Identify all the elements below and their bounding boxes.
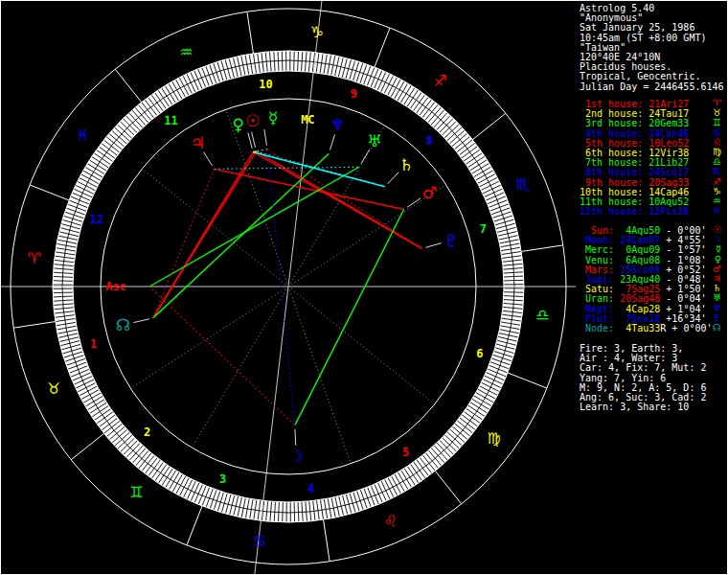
house-number-9: 9: [351, 87, 357, 101]
sign-divider: [71, 433, 103, 459]
degree-tick: [282, 51, 283, 71]
sign-divider: [435, 471, 461, 503]
sign-glyph-sagittarius: ♐: [433, 72, 446, 90]
house-number-2: 2: [144, 426, 150, 439]
planet-icon: ♅: [713, 293, 721, 303]
planet-glyph-pluto: ♇: [444, 231, 459, 250]
planet-position-list: Sun: 4Aqu50 - 0°00'☉ Moon: 24Can07 + 4°5…: [580, 226, 725, 334]
planet-velocity: + 0°00': [666, 323, 712, 334]
zodiac-sign-icon: ♓: [713, 206, 721, 216]
aspect-line-venus-sun: [253, 151, 256, 152]
house-row: 12th house: 12Pis38♓: [580, 207, 725, 217]
sign-divider: [187, 506, 202, 545]
sign-divider: [375, 28, 390, 67]
degree-tick: [504, 292, 524, 293]
house-number-7: 7: [480, 222, 487, 236]
sign-glyph-capricorn: ♑: [310, 23, 324, 41]
house-cusp-text: 12th house: 12Pis38: [580, 206, 689, 217]
sign-glyph-libra: ♎: [535, 306, 549, 324]
sign-glyph-pisces: ♓: [76, 126, 89, 144]
header-line-8: Julian Day = 2446455.6146: [580, 82, 725, 92]
header-text: Julian Day = 2446455.6146: [580, 81, 724, 92]
asc-label: Asc: [105, 280, 126, 293]
sign-glyph-scorpio: ♏: [516, 175, 530, 194]
planet-position: 4Tau33: [614, 323, 660, 334]
mc-label: MC: [301, 113, 314, 126]
house-cusp-list: 1st house: 21Ari27♈ 2nd house: 24Tau17♉ …: [580, 100, 725, 217]
sign-divider: [30, 185, 69, 200]
sign-divider: [115, 69, 141, 102]
planet-glyph-neptune: ♆: [330, 115, 345, 134]
degree-tick: [283, 502, 284, 522]
house-number-4: 4: [307, 482, 314, 495]
planet-glyph-jupiter: ♃: [191, 133, 205, 152]
zodiac-sign-icon: ♏: [713, 167, 721, 176]
house-number-11: 11: [164, 114, 177, 127]
planet-glyph-node: ☊: [116, 315, 130, 334]
sign-divider: [508, 373, 547, 388]
degree-tick: [504, 280, 524, 281]
degree-tick: [294, 51, 295, 71]
house-number-10: 10: [259, 78, 272, 91]
element-tally-list: Fire: 3, Earth: 3,Air : 4, Water: 3Car: …: [580, 344, 725, 412]
house-number-12: 12: [90, 213, 103, 226]
sign-glyph-taurus: ♉: [47, 380, 60, 398]
planet-glyph-venus: ♀: [232, 115, 243, 134]
planet-glyph-saturn: ♄: [398, 155, 413, 174]
planet-glyph-uranus: ♅: [368, 131, 382, 150]
sign-glyph-cancer: ♋: [253, 532, 266, 550]
planet-glyph-sun: ☉: [245, 111, 260, 130]
planet-icon: ☊: [713, 323, 721, 333]
sign-divider: [247, 12, 254, 54]
sign-glyph-aries: ♈: [28, 249, 41, 267]
planet-row: Node: 4Tau33R + 0°00'☊: [580, 324, 725, 334]
stats-text: Learn: 3, Share: 10: [580, 402, 689, 412]
planet-glyph-mercury: ☿: [268, 108, 278, 127]
house-number-3: 3: [219, 472, 226, 486]
degree-tick: [294, 502, 295, 522]
sign-glyph-aquarius: ♒: [179, 43, 193, 61]
house-number-1: 1: [90, 337, 97, 351]
sign-glyph-gemini: ♊: [129, 483, 143, 501]
sign-divider: [521, 245, 563, 252]
sign-divider: [324, 519, 330, 562]
planet-name: Node:: [580, 323, 614, 334]
planet-glyph-moon: ☽: [289, 447, 304, 466]
planet-glyph-mars: ♂: [422, 183, 437, 202]
stats-line-6: Learn: 3, Share: 10: [580, 402, 725, 412]
astrolog-window: ♈♉♊♋♌♍♎♏♐♑♒♓123456789101112☉☽☿♀♂♃♄♅♆♇☊As…: [0, 0, 728, 575]
sign-divider: [13, 322, 56, 329]
degree-tick: [53, 292, 73, 293]
sign-divider: [472, 113, 505, 139]
degree-tick: [53, 281, 73, 282]
house-number-8: 8: [426, 134, 433, 148]
chart-wheel: ♈♉♊♋♌♍♎♏♐♑♒♓123456789101112☉☽☿♀♂♃♄♅♆♇☊As…: [1, 1, 576, 575]
sign-glyph-virgo: ♍: [488, 429, 501, 448]
house-number-5: 5: [402, 446, 409, 459]
house-number-6: 6: [476, 347, 483, 360]
chart-info-header: Astrolog 5.40"Anonymous"Sat January 25, …: [580, 4, 725, 92]
sign-glyph-leo: ♌: [384, 512, 398, 530]
